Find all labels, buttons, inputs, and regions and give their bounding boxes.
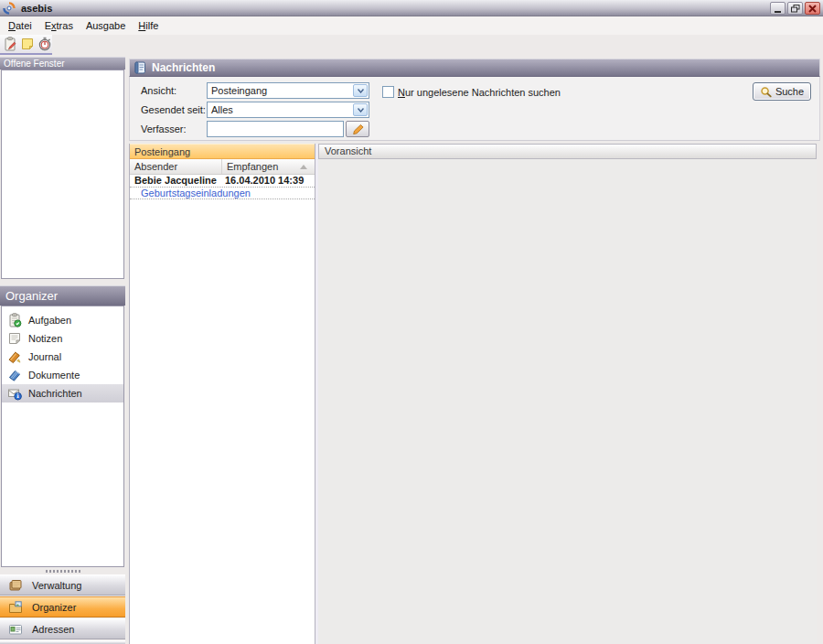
column-header-empfangen[interactable]: Empfangen (222, 159, 315, 174)
ansicht-label: Ansicht: (141, 85, 176, 96)
menu-bar: Datei Extras Ausgabe Hilfe (0, 16, 823, 35)
clipboard-pen-icon (3, 37, 17, 51)
messages-icon: i (7, 386, 22, 401)
open-windows-list[interactable] (1, 70, 124, 279)
preview-panel: Voransicht (318, 144, 817, 644)
message-row[interactable]: Bebie Jacqueline 16.04.2010 14:39 Geburt… (130, 175, 315, 199)
unread-checkbox[interactable] (382, 86, 394, 98)
preview-header: Voransicht (318, 144, 817, 159)
sort-ascending-icon (300, 165, 307, 169)
search-icon (760, 86, 772, 98)
message-sender: Bebie Jacqueline (130, 175, 222, 187)
verfasser-label: Verfasser: (141, 123, 187, 134)
gesendet-label: Gesendet seit: (141, 104, 206, 115)
main-panel-header: Nachrichten (129, 59, 820, 77)
sidebar-item-label: Nachrichten (28, 388, 82, 399)
verfasser-input[interactable] (207, 121, 344, 137)
sidebar-item-label: Dokumente (28, 370, 80, 381)
pencil-icon (351, 123, 365, 134)
chevron-down-icon[interactable] (353, 84, 368, 97)
new-note-button[interactable] (19, 37, 35, 52)
nachrichten-header-icon (134, 61, 146, 74)
sidebar-item-label: Journal (28, 351, 61, 362)
column-header-absender[interactable]: Absender (130, 159, 222, 174)
nav-strip (0, 640, 125, 644)
search-button-label: Suche (775, 86, 804, 97)
sidebar-item-aufgaben[interactable]: Aufgaben (2, 311, 123, 329)
menu-ausgabe[interactable]: Ausgabe (80, 18, 132, 33)
menu-datei[interactable]: Datei (2, 18, 38, 33)
restore-icon (791, 5, 800, 13)
menu-extras[interactable]: Extras (38, 18, 80, 33)
verwaltung-icon (8, 578, 23, 593)
nav-button-verwaltung[interactable]: Verwaltung (0, 574, 125, 596)
nav-button-label: Verwaltung (32, 580, 81, 591)
unread-checkbox-label[interactable]: Nur ungelesene Nachrichten suchen (398, 87, 561, 98)
nav-button-organizer[interactable]: Organizer (0, 596, 125, 617)
restore-button[interactable] (787, 2, 803, 15)
sidebar-item-notizen[interactable]: Notizen (2, 329, 123, 348)
nav-button-adressen[interactable]: Adressen (0, 618, 125, 639)
title-bar: asebis (0, 0, 823, 16)
inbox-panel: Posteingang Absender Empfangen Bebie Jac… (129, 144, 315, 644)
gesendet-select[interactable]: Alles (207, 102, 369, 118)
inbox-title: Posteingang (134, 146, 190, 157)
open-windows-title: Offene Fenster (4, 59, 65, 69)
organizer-panel-title: Organizer (5, 289, 58, 303)
message-received: 16.04.2010 14:39 (222, 175, 315, 187)
gesendet-selected-value: Alles (211, 104, 233, 115)
inbox-header: Posteingang (130, 144, 315, 159)
nav-button-label: Adressen (32, 624, 74, 635)
chevron-down-icon[interactable] (353, 103, 368, 116)
notes-icon (7, 331, 22, 346)
menu-hilfe[interactable]: Hilfe (132, 18, 165, 33)
window-title: asebis (21, 3, 52, 14)
preview-title: Voransicht (325, 145, 371, 156)
ansicht-selected-value: Posteingang (211, 85, 267, 96)
search-form: Ansicht: Posteingang Nur ungelesene Nach… (129, 77, 820, 141)
stopwatch-icon (37, 37, 52, 51)
verfasser-picker-button[interactable] (346, 121, 369, 137)
organizer-icon (8, 600, 23, 615)
minimize-button[interactable] (770, 2, 786, 15)
sidebar-item-label: Aufgaben (28, 315, 71, 326)
ansicht-select[interactable]: Posteingang (207, 82, 369, 99)
yellow-note-icon (20, 37, 35, 51)
search-button[interactable]: Suche (753, 82, 811, 101)
nav-button-label: Organizer (32, 602, 76, 613)
tasks-icon (7, 313, 22, 327)
message-subject-link[interactable]: Geburtstagseinladungen (130, 188, 315, 199)
documents-icon (7, 368, 22, 382)
sidebar-item-label: Notizen (28, 333, 62, 344)
organizer-item-list: Aufgaben Notizen Journal Dokumente (1, 306, 124, 567)
close-icon (808, 5, 817, 13)
open-windows-header: Offene Fenster (0, 57, 125, 70)
toolbar (0, 35, 52, 55)
close-button[interactable] (805, 2, 820, 15)
main-panel-title: Nachrichten (152, 61, 215, 74)
organizer-panel-header: Organizer (0, 285, 125, 306)
new-task-button[interactable] (2, 37, 17, 52)
journal-icon (7, 349, 22, 364)
adressen-icon (8, 622, 23, 637)
inbox-column-headers: Absender Empfangen (130, 159, 315, 175)
sidebar-item-dokumente[interactable]: Dokumente (2, 366, 123, 384)
sidebar-splitter-handle[interactable] (0, 567, 125, 574)
sidebar-item-nachrichten[interactable]: i Nachrichten (2, 384, 123, 402)
app-logo-icon (3, 2, 16, 15)
timer-button[interactable] (37, 37, 52, 52)
sidebar-item-journal[interactable]: Journal (2, 348, 123, 366)
